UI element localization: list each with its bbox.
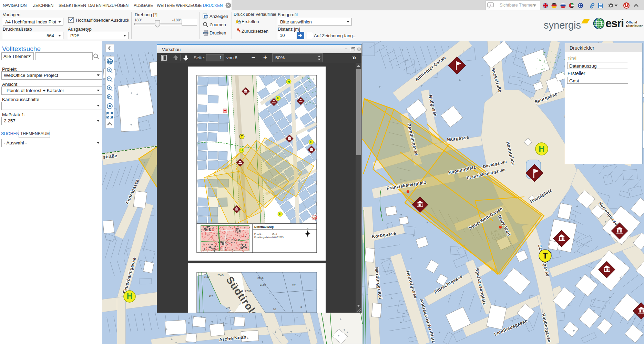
svg-text:H: H <box>127 292 133 301</box>
svg-text:Ersteller: Ersteller <box>254 233 263 235</box>
svg-text:T: T <box>241 135 243 138</box>
svg-text:254/5: 254/5 <box>217 274 224 276</box>
svg-text:T: T <box>543 251 548 260</box>
svg-text:422: 422 <box>209 295 213 297</box>
svg-text:Datenauszug: Datenauszug <box>254 225 274 229</box>
svg-text:i: i <box>490 3 491 7</box>
svg-text:7157: 7157 <box>204 276 209 278</box>
svg-text:214/2: 214/2 <box>260 284 266 286</box>
svg-text:H: H <box>310 140 313 144</box>
svg-text:Erstellungsdatum: Erstellungsdatum <box>254 236 272 239</box>
svg-text:CS: CS <box>312 216 316 219</box>
svg-text:3: 3 <box>300 306 302 308</box>
svg-text:472: 472 <box>226 307 230 310</box>
svg-text:254/6: 254/6 <box>257 277 264 279</box>
svg-text:H: H <box>279 212 282 216</box>
svg-text:2/2: 2/2 <box>292 284 296 286</box>
svg-text:N: N <box>307 227 308 230</box>
svg-text:2/1: 2/1 <box>273 308 276 311</box>
svg-text:H: H <box>288 80 290 83</box>
svg-text:27/67: 27/67 <box>245 290 251 292</box>
svg-text:06.07.2015: 06.07.2015 <box>272 236 284 239</box>
svg-text:H: H <box>241 149 243 152</box>
svg-text:Gast: Gast <box>272 233 277 235</box>
svg-text:H: H <box>277 97 279 100</box>
svg-text:H: H <box>539 144 544 153</box>
